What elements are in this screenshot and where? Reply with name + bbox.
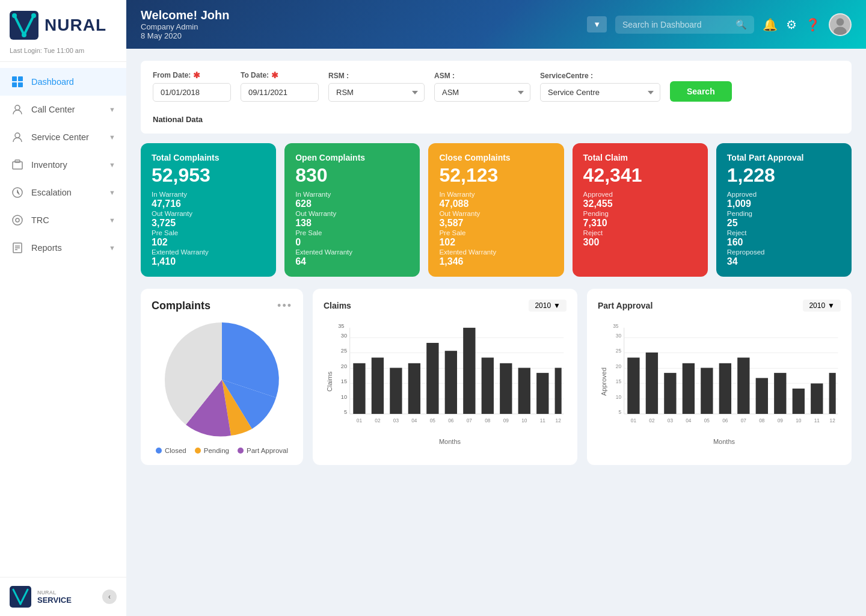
svg-point-3 <box>12 13 17 18</box>
service-centre-select[interactable]: Service Centre SC 1 SC 2 <box>540 83 660 102</box>
svg-text:10: 10 <box>521 417 527 424</box>
sidebar-item-trc[interactable]: TRC ▼ <box>0 206 126 234</box>
claims-y-axis-label: Claims <box>324 318 333 445</box>
claims-bar-01 <box>353 363 365 414</box>
total-part-approval-label-0: Approved <box>727 191 841 198</box>
search-box[interactable]: 🔍 <box>615 16 754 34</box>
claims-bar-chart-card: Claims 2010 ▼ Claims 5 <box>313 289 577 465</box>
close-complaints-value-2: 102 <box>439 237 553 248</box>
total-claim-title: Total Claim <box>583 153 697 162</box>
dropdown-trigger-button[interactable]: ▼ <box>587 16 607 32</box>
chevron-icon-trc: ▼ <box>109 217 115 224</box>
chevron-icon-service-center: ▼ <box>109 134 115 141</box>
part-approval-year-chevron-icon: ▼ <box>828 301 835 310</box>
total-claim-value-0: 32,455 <box>583 199 697 209</box>
close-complaints-label-3: Extented Warranty <box>439 248 553 256</box>
to-date-input[interactable] <box>241 83 319 102</box>
open-complaints-number: 830 <box>295 165 409 186</box>
from-date-input[interactable] <box>153 83 231 102</box>
pa-bar-03 <box>664 373 676 414</box>
sidebar-toggle-button[interactable]: ‹ <box>102 590 117 604</box>
open-complaints-label-2: Pre Sale <box>295 229 409 236</box>
svg-text:03: 03 <box>668 417 674 424</box>
rsm-select[interactable]: RSM RSM 1 RSM 2 <box>328 83 425 102</box>
total-claim-value-1: 7,310 <box>583 218 697 229</box>
notification-bell-icon[interactable]: 🔔 <box>763 17 778 32</box>
legend-item-pending: Pending <box>195 447 229 454</box>
sidebar-item-call-center[interactable]: Call Center ▼ <box>0 96 126 123</box>
svg-text:07: 07 <box>741 417 747 424</box>
svg-text:06: 06 <box>448 417 454 424</box>
svg-text:07: 07 <box>467 417 473 424</box>
asm-label: ASM : <box>434 72 530 80</box>
header-left: Welcome! John Company Admin 8 May 2020 <box>141 8 229 40</box>
total-claim-label-0: Approved <box>583 191 697 198</box>
total-part-approval-value-2: 160 <box>727 237 841 248</box>
part-approval-year-value: 2010 <box>809 301 825 310</box>
stat-card-close-complaints: Close Complaints 52,123 In Warranty 47,0… <box>428 143 564 277</box>
svg-text:06: 06 <box>722 417 728 424</box>
svg-text:25: 25 <box>341 348 347 354</box>
sidebar-label-reports: Reports <box>31 243 62 253</box>
claims-bar-06 <box>445 351 457 414</box>
svg-text:09: 09 <box>778 417 784 424</box>
svg-text:10: 10 <box>796 417 802 424</box>
complaints-chart-menu-button[interactable]: ••• <box>277 300 292 312</box>
svg-point-5 <box>22 32 26 37</box>
sidebar-item-escalation[interactable]: Escalation ▼ <box>0 179 126 206</box>
close-complaints-value-0: 47,088 <box>439 199 553 209</box>
dashboard-search-input[interactable] <box>622 20 731 29</box>
svg-text:11: 11 <box>540 417 546 424</box>
svg-point-11 <box>15 133 20 138</box>
total-complaints-value-3: 1,410 <box>152 256 265 267</box>
filter-search-button[interactable]: Search <box>670 81 732 102</box>
settings-gear-icon[interactable]: ⚙ <box>786 17 797 32</box>
filter-bar: From Date: ✱ To Date: ✱ RSM : RSM RSM 1 … <box>141 61 852 134</box>
open-complaints-value-3: 64 <box>295 256 409 267</box>
trc-icon <box>11 214 24 227</box>
open-complaints-label-1: Out Warranty <box>295 210 409 217</box>
sidebar-item-dashboard[interactable]: Dashboard <box>0 68 126 96</box>
chevron-icon-reports: ▼ <box>109 244 115 251</box>
stat-card-open-complaints: Open Complaints 830 In Warranty 628 Out … <box>284 143 420 277</box>
stat-card-total-complaints: Total Complaints 52,953 In Warranty 47,7… <box>141 143 276 277</box>
claims-x-axis-label: Months <box>333 438 567 445</box>
user-avatar[interactable] <box>829 13 852 36</box>
pie-slice-other-2 <box>165 322 222 380</box>
svg-rect-13 <box>15 160 20 162</box>
help-question-icon[interactable]: ❓ <box>805 17 820 32</box>
part-approval-chart-header: Part Approval 2010 ▼ <box>598 300 841 312</box>
sidebar-item-inventory[interactable]: Inventory ▼ <box>0 151 126 179</box>
total-complaints-label-1: Out Warranty <box>152 210 265 217</box>
claims-bar-02 <box>372 358 384 414</box>
complaints-chart-title: Complaints <box>152 300 210 312</box>
reports-icon <box>11 241 24 254</box>
pa-bar-05 <box>701 368 713 414</box>
total-part-approval-number: 1,228 <box>727 165 841 186</box>
header-date: 8 May 2020 <box>141 31 229 40</box>
svg-text:02: 02 <box>649 417 655 424</box>
close-complaints-number: 52,123 <box>439 165 553 186</box>
sidebar-service-label: SERVICE <box>37 596 72 605</box>
logo-area: NURAL <box>0 0 126 45</box>
claims-year-selector[interactable]: 2010 ▼ <box>529 300 567 312</box>
sidebar-item-service-center[interactable]: Service Center ▼ <box>0 123 126 151</box>
service-centre-label: ServiceCentre : <box>540 72 660 80</box>
nav-menu: Dashboard Call Center ▼ Service Center ▼… <box>0 62 126 577</box>
service-centre-group: ServiceCentre : Service Centre SC 1 SC 2 <box>540 72 660 102</box>
legend-dot-closed <box>156 448 162 454</box>
svg-point-15 <box>13 215 22 225</box>
sidebar-label-trc: TRC <box>31 215 49 225</box>
close-complaints-label-1: Out Warranty <box>439 210 553 217</box>
total-claim-label-2: Reject <box>583 229 697 236</box>
sidebar-item-reports[interactable]: Reports ▼ <box>0 234 126 262</box>
svg-text:20: 20 <box>616 363 622 369</box>
part-approval-year-selector[interactable]: 2010 ▼ <box>803 300 841 312</box>
total-complaints-value-1: 3,725 <box>152 218 265 229</box>
claims-bar-03 <box>390 368 402 414</box>
pa-bar-12 <box>829 373 836 414</box>
svg-point-26 <box>834 26 846 35</box>
asm-select[interactable]: ASM ASM 1 ASM 2 <box>434 83 530 102</box>
svg-text:35: 35 <box>613 323 619 329</box>
svg-text:5: 5 <box>344 409 347 415</box>
